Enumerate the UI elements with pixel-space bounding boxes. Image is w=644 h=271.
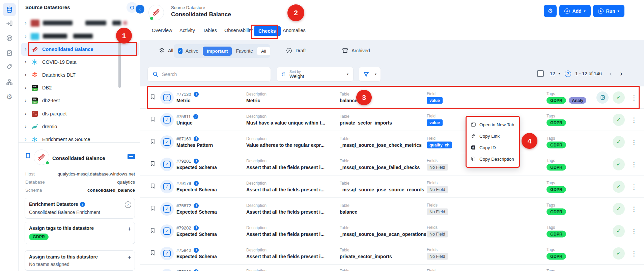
- filter-important[interactable]: Important: [203, 47, 232, 56]
- row-menu-button[interactable]: ⋮: [631, 94, 637, 101]
- source-ingest-nav-icon[interactable]: [3, 17, 16, 30]
- row-menu-button[interactable]: ⋮: [631, 250, 637, 256]
- table-row[interactable]: ✓ #79202i Expected Schema DescriptionAss…: [140, 220, 644, 242]
- info-icon[interactable]: i: [194, 159, 199, 164]
- sidebar-item-consolidated-balance[interactable]: › Consolidated Balance: [21, 43, 139, 56]
- sidebar-collapse-button[interactable]: ‹: [136, 5, 144, 13]
- menu-item-copy-link[interactable]: Copy Link: [467, 130, 519, 142]
- datastores-nav-icon[interactable]: [3, 3, 16, 16]
- check-status-button[interactable]: ✓: [613, 91, 625, 104]
- info-icon[interactable]: i: [194, 248, 199, 253]
- search-input[interactable]: [162, 72, 263, 77]
- row-menu-button[interactable]: ⋮: [631, 139, 637, 145]
- row-menu-button[interactable]: ⋮: [631, 206, 637, 212]
- check-status-button[interactable]: ✓: [613, 225, 625, 237]
- tab-activity[interactable]: Activity: [179, 28, 195, 33]
- add-tag-button[interactable]: +: [128, 225, 131, 233]
- info-icon[interactable]: i: [194, 269, 199, 271]
- filter-dropdown[interactable]: ▾: [359, 67, 381, 82]
- filter-archived[interactable]: Archived: [342, 47, 370, 54]
- table-row[interactable]: ✓ #77130i Metric DescriptionMetric Table…: [140, 86, 644, 109]
- bookmark-icon[interactable]: [150, 94, 155, 101]
- table-row[interactable]: ✓ #75872i Expected Schema DescriptionAss…: [140, 198, 644, 220]
- add-button[interactable]: + Add ▾: [559, 5, 591, 17]
- info-icon[interactable]: i: [193, 114, 198, 119]
- filter-draft[interactable]: Draft: [286, 47, 306, 54]
- check-status-button[interactable]: ✓: [613, 136, 625, 148]
- sidebar-item-covid-19-data[interactable]: › COVID-19 Data: [19, 56, 140, 69]
- bookmark-icon[interactable]: [150, 250, 155, 257]
- sidebar-item-redacted-1[interactable]: ›: [19, 17, 140, 30]
- open-enrichment-button[interactable]: ›: [125, 201, 131, 208]
- check-status-button[interactable]: ✓: [613, 247, 625, 260]
- tab-checks[interactable]: Checks: [254, 26, 281, 36]
- table-row[interactable]: ✓ #75911i Unique DescriptionMust have a …: [140, 109, 644, 131]
- prev-page-icon[interactable]: ‹: [609, 70, 612, 77]
- page-size-value[interactable]: 12: [550, 71, 555, 76]
- info-icon[interactable]: i: [194, 181, 199, 186]
- display-icon[interactable]: [128, 154, 135, 159]
- explore-nav-icon[interactable]: [3, 31, 16, 45]
- row-menu-button[interactable]: ⋮: [631, 116, 637, 123]
- table-row[interactable]: ✓ #75930i Description Table Field Tags: [140, 265, 644, 271]
- info-icon[interactable]: i: [194, 203, 199, 208]
- sidebar-item-databricks-dlt[interactable]: › Databricks DLT: [19, 69, 140, 81]
- bookmark-icon[interactable]: [150, 227, 155, 235]
- row-menu-button[interactable]: ⋮: [631, 161, 637, 167]
- bookmark-icon[interactable]: [150, 183, 155, 190]
- info-icon[interactable]: i: [194, 225, 199, 231]
- table-row[interactable]: ✓ #75940i Expected Schema DescriptionAss…: [140, 242, 644, 265]
- datastore-settings-button[interactable]: ⚙: [544, 5, 557, 17]
- bookmark-icon[interactable]: [150, 205, 155, 213]
- check-status-button[interactable]: ✓: [613, 181, 625, 193]
- row-menu-button[interactable]: ⋮: [631, 228, 637, 234]
- help-icon[interactable]: ?: [565, 71, 571, 77]
- menu-item-open-in-new-tab[interactable]: Open in New Tab: [467, 119, 519, 130]
- menu-item-copy-id[interactable]: # Copy ID: [467, 142, 519, 153]
- bookmark-icon[interactable]: [150, 161, 155, 168]
- filter-favorite[interactable]: Favorite: [236, 48, 253, 54]
- sidebar-item-db2[interactable]: › IBMDB2 DB2: [19, 81, 140, 94]
- validate-check-button[interactable]: [596, 91, 609, 104]
- bookmark-icon[interactable]: [150, 116, 155, 124]
- check-status-button[interactable]: ✓: [613, 203, 625, 215]
- table-row[interactable]: ✓ #87169i Matches Pattern DescriptionVal…: [140, 131, 644, 153]
- tab-observability[interactable]: Observability: [224, 28, 253, 33]
- table-row[interactable]: ✓ #79201i Expected Schema DescriptionAss…: [140, 153, 644, 175]
- field-chip[interactable]: value: [427, 97, 443, 104]
- sidebar-item-dremio[interactable]: › dremio: [19, 120, 140, 133]
- settings-nav-icon[interactable]: ⚙: [3, 90, 16, 104]
- tab-overview[interactable]: Overview: [152, 28, 172, 33]
- filter-all-2[interactable]: All: [257, 47, 270, 55]
- info-icon[interactable]: i: [80, 202, 85, 207]
- check-status-button[interactable]: ✓: [613, 158, 625, 170]
- bookmark-icon[interactable]: [150, 138, 155, 146]
- table-row[interactable]: ✓ #79179i Expected Schema DescriptionAss…: [140, 175, 644, 198]
- field-chip[interactable]: quality_ch: [427, 141, 452, 148]
- tags-nav-icon[interactable]: [3, 60, 16, 74]
- tab-anomalies[interactable]: Anomalies: [283, 28, 306, 33]
- bookmark-icon[interactable]: [25, 153, 31, 159]
- sort-dropdown[interactable]: 09↑ Sort by Weight ▾: [277, 67, 354, 82]
- next-page-icon[interactable]: ›: [620, 70, 623, 77]
- active-checkbox[interactable]: ✓: [178, 48, 183, 54]
- sidebar-item-redacted-2[interactable]: ›: [19, 30, 140, 43]
- checks-nav-icon[interactable]: [3, 46, 16, 59]
- field-chip[interactable]: value: [427, 119, 443, 126]
- lineage-nav-icon[interactable]: [3, 76, 16, 89]
- sidebar-item-db2-test[interactable]: › IBMDB2 db2-test: [19, 94, 140, 107]
- info-icon[interactable]: i: [194, 92, 199, 97]
- chevron-down-icon[interactable]: ▾: [559, 72, 560, 75]
- sidebar-item-enrichment-as-source[interactable]: › Enrichment as Source: [19, 133, 140, 146]
- run-button[interactable]: ▶ Run ▾: [593, 5, 624, 17]
- tab-tables[interactable]: Tables: [203, 28, 217, 33]
- sidebar-scrollbar[interactable]: [118, 37, 121, 88]
- check-status-button[interactable]: ✓: [613, 114, 625, 126]
- sidebar-item-dfs-parquet[interactable]: › dfs parquet: [19, 107, 140, 120]
- menu-item-copy-description[interactable]: Copy Description: [467, 153, 519, 165]
- add-team-button[interactable]: +: [128, 254, 131, 262]
- filter-active[interactable]: Active: [186, 48, 198, 54]
- row-menu-button[interactable]: ⋮: [631, 183, 637, 190]
- info-icon[interactable]: i: [194, 136, 199, 141]
- filter-all[interactable]: All: [159, 47, 173, 54]
